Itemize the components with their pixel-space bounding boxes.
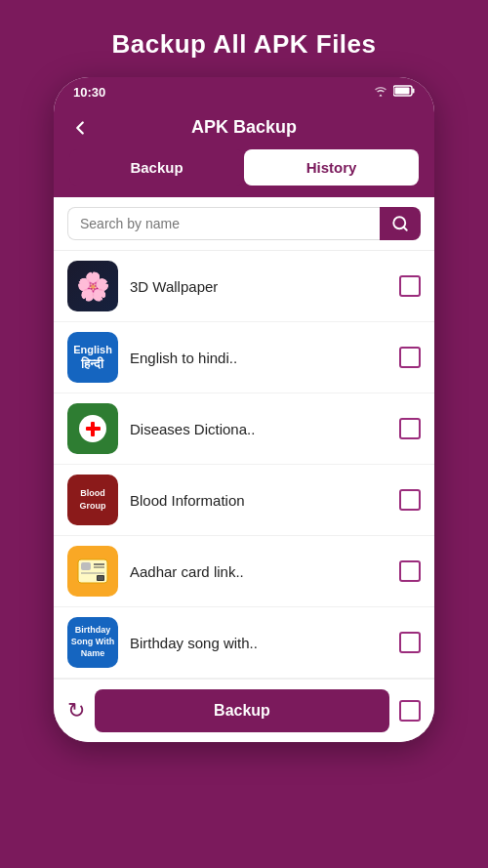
list-item[interactable]: Diseases Dictiona..	[54, 393, 434, 465]
top-bar: APK Backup	[54, 105, 434, 149]
tab-backup[interactable]: Backup	[69, 149, 244, 186]
battery-icon	[393, 85, 415, 100]
svg-line-4	[403, 227, 406, 229]
top-bar-title: APK Backup	[191, 117, 297, 138]
search-button[interactable]	[380, 207, 421, 240]
svg-rect-1	[413, 89, 415, 94]
backup-button[interactable]: Backup	[95, 689, 389, 732]
checkbox[interactable]	[399, 418, 421, 439]
search-icon	[391, 215, 409, 232]
bottom-checkbox[interactable]	[399, 700, 421, 722]
app-icon-birthday: BirthdaySong WithName	[67, 617, 118, 668]
app-name: Aadhar card link..	[130, 563, 387, 580]
app-icon-disease	[67, 403, 118, 454]
time-display: 10:30	[73, 85, 105, 100]
checkbox[interactable]	[399, 632, 421, 653]
checkbox[interactable]	[399, 347, 421, 368]
svg-rect-2	[395, 88, 410, 95]
list-item[interactable]: BirthdaySong WithName Birthday song with…	[54, 607, 434, 679]
svg-rect-11	[98, 576, 103, 580]
app-name: Blood Information	[130, 492, 387, 509]
list-item[interactable]: 🌸 3D Wallpaper	[54, 251, 434, 322]
app-name: Diseases Dictiona..	[130, 421, 387, 437]
app-icon-blood: BloodGroup	[67, 475, 118, 525]
svg-rect-6	[81, 562, 91, 570]
wifi-icon	[373, 85, 388, 100]
refresh-icon[interactable]: ↻	[67, 698, 85, 723]
search-bar	[54, 197, 434, 251]
app-icon-aadhar	[67, 546, 118, 597]
list-item[interactable]: Aadhar card link..	[54, 536, 434, 607]
bottom-bar: ↻ Backup	[54, 679, 434, 742]
tab-bar: Backup History	[54, 149, 434, 197]
app-name: Birthday song with..	[130, 635, 387, 651]
checkbox[interactable]	[399, 560, 421, 582]
app-icon-english: Englishहिन्दी	[67, 332, 118, 383]
app-name: 3D Wallpaper	[130, 278, 387, 295]
list-item[interactable]: Englishहिन्दी English to hindi..	[54, 322, 434, 393]
page-title: Backup All APK Files	[111, 29, 376, 60]
phone-frame: 10:30 APK Bac	[54, 77, 434, 742]
app-icon-wallpaper: 🌸	[67, 261, 118, 311]
list-item[interactable]: BloodGroup Blood Information	[54, 465, 434, 536]
app-name: English to hindi..	[130, 350, 387, 366]
tab-history[interactable]: History	[244, 149, 419, 186]
checkbox[interactable]	[399, 275, 421, 297]
app-list: 🌸 3D Wallpaper Englishहिन्दी English to …	[54, 251, 434, 679]
checkbox[interactable]	[399, 489, 421, 511]
back-button[interactable]	[69, 117, 91, 139]
status-bar: 10:30	[54, 77, 434, 105]
search-input[interactable]	[67, 207, 380, 240]
